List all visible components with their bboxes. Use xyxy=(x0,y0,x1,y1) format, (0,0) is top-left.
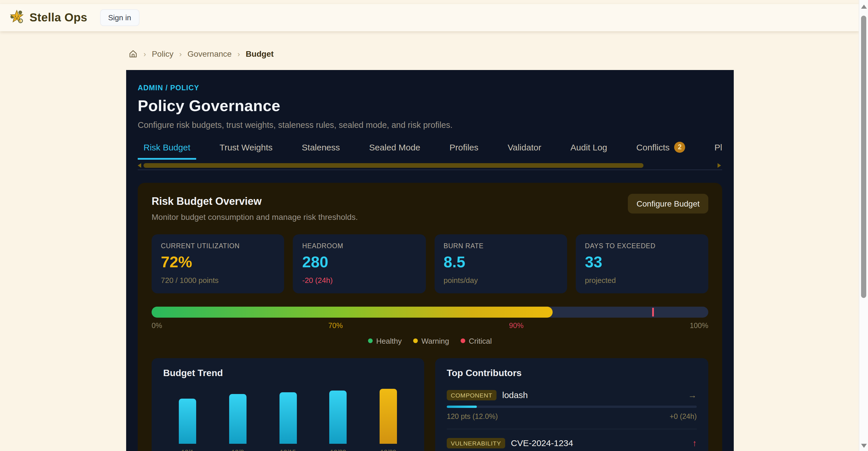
trend-up-arrow-icon: ↑ xyxy=(692,438,697,448)
policy-governance-panel: ADMIN / POLICY Policy Governance Configu… xyxy=(126,70,734,451)
top-contributors-card: Top Contributors COMPONENT lodash → xyxy=(435,358,708,451)
budget-trend-chart: 12/1 12/8 12/15 12/22 xyxy=(163,397,412,451)
stat-value: 72% xyxy=(161,253,275,271)
chart-x-label: 12/29 xyxy=(380,448,396,451)
gauge-label-0: 0% xyxy=(152,321,162,329)
chart-bar-group: 12/1 xyxy=(179,398,196,451)
stat-sub: points/day xyxy=(443,276,558,284)
risk-budget-overview-card: Risk Budget Overview Monitor budget cons… xyxy=(138,183,722,451)
chart-bar xyxy=(229,394,247,444)
tab-staleness[interactable]: Staleness xyxy=(296,141,346,159)
tab-bar: Risk Budget Trust Weights Staleness Seal… xyxy=(138,141,722,160)
legend-critical: Critical xyxy=(461,336,492,345)
breadcrumb: › Policy › Governance › Budget xyxy=(128,49,274,58)
stats-grid: CURRENT UTILIZATION 72% 720 / 1000 point… xyxy=(152,234,708,293)
configure-budget-button[interactable]: Configure Budget xyxy=(628,194,708,213)
tab-audit-log[interactable]: Audit Log xyxy=(565,141,613,159)
contribution-track xyxy=(447,405,697,408)
chart-bar-group: 12/8 xyxy=(229,394,247,451)
overview-subcards: Budget Trend 12/1 12/8 12/15 xyxy=(152,358,708,451)
gauge-label-90: 90% xyxy=(509,321,523,329)
healthy-dot-icon xyxy=(368,339,373,343)
chart-bar xyxy=(279,392,297,444)
scrollbar-thumb[interactable] xyxy=(861,15,866,298)
overview-title: Risk Budget Overview xyxy=(152,195,708,207)
overview-subtitle: Monitor budget consumption and manage ri… xyxy=(152,212,708,221)
chart-x-label: 12/22 xyxy=(330,448,346,451)
tabs-horizontal-scrollbar[interactable] xyxy=(138,162,722,170)
legend-healthy: Healthy xyxy=(368,336,402,345)
stat-value: 33 xyxy=(585,253,699,271)
breadcrumb-separator: › xyxy=(144,50,146,58)
stat-value: 8.5 xyxy=(443,253,558,271)
chart-bar-group: 12/29 xyxy=(380,388,397,451)
top-bar: Stella Ops Sign in xyxy=(0,4,859,31)
contributor-points: 120 pts (12.0%) xyxy=(447,412,498,420)
scroll-right-icon[interactable] xyxy=(717,163,721,167)
contributor-type-badge: COMPONENT xyxy=(447,390,496,400)
scrollbar-up-icon[interactable] xyxy=(861,5,867,9)
section-eyebrow: ADMIN / POLICY xyxy=(138,84,722,92)
chart-x-label: 12/8 xyxy=(231,448,244,451)
brand[interactable]: Stella Ops xyxy=(9,10,87,25)
stat-burn-rate: BURN RATE 8.5 points/day xyxy=(434,234,567,293)
stat-label: DAYS TO EXCEEDED xyxy=(585,242,699,249)
critical-dot-icon xyxy=(461,339,465,343)
gauge-label-100: 100% xyxy=(690,321,708,329)
breadcrumb-separator: › xyxy=(179,50,182,58)
breadcrumb-policy[interactable]: Policy xyxy=(152,49,174,58)
contributor-rows: COMPONENT lodash → 120 pts (12.0%) +0 (2… xyxy=(447,390,697,451)
stat-sub: projected xyxy=(585,276,699,284)
contributor-name: lodash xyxy=(502,390,528,400)
chart-bar xyxy=(179,398,196,444)
chart-x-label: 12/1 xyxy=(181,448,194,451)
contributor-row-lodash[interactable]: COMPONENT lodash → 120 pts (12.0%) +0 (2… xyxy=(447,390,697,420)
tab-validator[interactable]: Validator xyxy=(502,141,547,159)
tab-profiles[interactable]: Profiles xyxy=(443,141,484,159)
stat-current-utilization: CURRENT UTILIZATION 72% 720 / 1000 point… xyxy=(152,234,284,293)
tab-conflicts[interactable]: Conflicts 2 xyxy=(630,141,691,159)
gauge-label-70: 70% xyxy=(329,321,343,329)
budget-trend-card: Budget Trend 12/1 12/8 12/15 xyxy=(152,358,424,451)
page-subtitle: Configure risk budgets, trust weights, s… xyxy=(138,120,722,129)
row-divider xyxy=(447,428,697,429)
gauge-threshold-labels: 0% 70% 90% 100% xyxy=(152,321,708,329)
chart-bar-group: 12/15 xyxy=(279,392,297,451)
budget-trend-title: Budget Trend xyxy=(163,368,412,378)
sign-in-button[interactable]: Sign in xyxy=(100,9,140,26)
tabs-scrollbar-thumb[interactable] xyxy=(144,163,643,167)
top-contributors-title: Top Contributors xyxy=(447,368,697,378)
stat-label: BURN RATE xyxy=(443,242,558,249)
budget-utilization-gauge xyxy=(152,307,708,317)
gauge-legend: Healthy Warning Critical xyxy=(152,336,708,345)
breadcrumb-separator: › xyxy=(238,50,240,58)
warning-dot-icon xyxy=(413,339,418,343)
home-icon[interactable] xyxy=(128,49,138,58)
chart-bar xyxy=(380,388,397,444)
stat-value: 280 xyxy=(302,253,416,271)
gauge-critical-marker xyxy=(652,308,654,316)
stat-headroom: HEADROOM 280 -20 (24h) xyxy=(293,234,426,293)
tab-trust-weights[interactable]: Trust Weights xyxy=(214,141,278,159)
scrollbar-down-icon[interactable] xyxy=(861,444,867,448)
brand-name: Stella Ops xyxy=(30,11,87,24)
browser-scrollbar[interactable] xyxy=(859,0,868,451)
page-title: Policy Governance xyxy=(138,97,722,115)
contributor-type-badge: VULNERABILITY xyxy=(447,438,505,448)
tab-truncated[interactable]: Pl xyxy=(709,141,722,159)
breadcrumb-governance[interactable]: Governance xyxy=(187,49,232,58)
breadcrumb-budget: Budget xyxy=(246,49,273,58)
contributor-row-cve[interactable]: VULNERABILITY CVE-2024-1234 ↑ 95 pts (9.… xyxy=(447,438,697,451)
contribution-fill xyxy=(447,405,477,408)
legend-warning: Warning xyxy=(413,336,449,345)
gauge-fill xyxy=(152,307,552,317)
chart-bar-group: 12/22 xyxy=(330,390,347,451)
chart-bar xyxy=(330,390,347,444)
stella-ops-logo-icon xyxy=(9,10,24,25)
tab-sealed-mode[interactable]: Sealed Mode xyxy=(363,141,426,159)
contributor-delta: +0 (24h) xyxy=(670,412,697,420)
browser-viewport: Stella Ops Sign in › Policy › Governance… xyxy=(0,0,868,451)
scroll-left-icon[interactable] xyxy=(138,163,141,167)
trend-flat-arrow-icon: → xyxy=(688,390,697,400)
tab-risk-budget[interactable]: Risk Budget xyxy=(138,141,196,159)
